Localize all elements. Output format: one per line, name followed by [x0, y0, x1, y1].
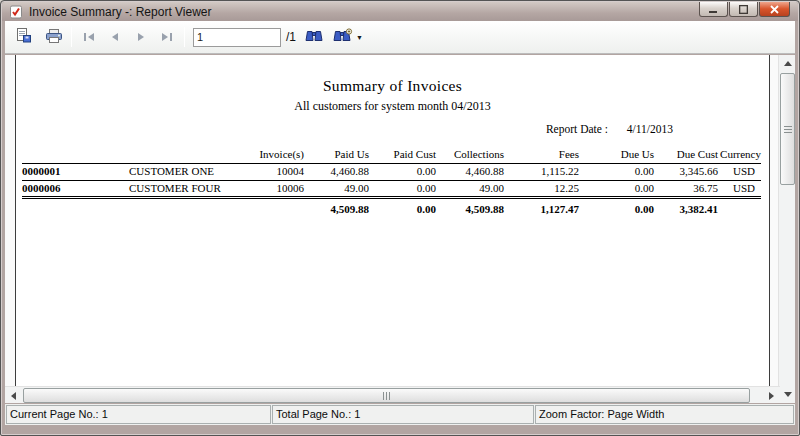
page-total-label: /1 [286, 30, 296, 44]
total-paid-cust: 0.00 [369, 197, 436, 216]
column-header [22, 147, 102, 163]
grip-icon [383, 392, 391, 400]
table-cell: 4,460.88 [436, 163, 504, 180]
table-cell: 36.75 [654, 180, 718, 197]
table-cell: 10004 [222, 163, 304, 180]
window-icon [9, 5, 23, 19]
table-cell: 10006 [222, 180, 304, 197]
total-due-cust: 3,382.41 [654, 197, 718, 216]
vertical-scrollbar[interactable] [778, 55, 795, 403]
table-cell [22, 197, 102, 216]
total-fees: 1,127.47 [504, 197, 579, 216]
table-cell: 0.00 [369, 163, 436, 180]
triangle-up-icon [784, 61, 792, 66]
table-cell: USD [718, 180, 761, 197]
table-header-row: Invoice(s) Paid Us Paid Cust Collections… [22, 147, 761, 163]
scroll-up-button[interactable] [779, 55, 796, 72]
column-header [102, 147, 222, 163]
report-subtitle: All customers for system month 04/2013 [16, 99, 769, 114]
horizontal-scroll-thumb[interactable] [23, 388, 750, 403]
binoculars-icon [305, 29, 323, 46]
table-cell: 3,345.66 [654, 163, 718, 180]
table-cell: 0000001 [22, 163, 102, 180]
table-row: 0000006 CUSTOMER FOUR 10006 49.00 0.00 4… [22, 180, 761, 197]
table-cell: 49.00 [436, 180, 504, 197]
report-title: Summary of Invoices [16, 77, 769, 95]
report-date-label: Report Date : [546, 123, 608, 135]
report-date: Report Date : 4/11/2013 [16, 123, 769, 135]
total-collections: 4,509.88 [436, 197, 504, 216]
grip-icon [784, 126, 792, 133]
close-button[interactable] [759, 2, 790, 17]
status-total-page: Total Page No.: 1 [272, 405, 534, 424]
scroll-down-button[interactable] [779, 386, 796, 403]
table-cell: 12.25 [504, 180, 579, 197]
triangle-down-icon [784, 392, 792, 397]
report-viewer-window: Invoice Summary -: Report Viewer [0, 0, 800, 436]
find-next-button[interactable]: ▼ [331, 26, 365, 48]
next-page-icon [136, 30, 146, 45]
total-paid-us: 4,509.88 [304, 197, 369, 216]
table-cell: 4,460.88 [304, 163, 369, 180]
title-bar[interactable]: Invoice Summary -: Report Viewer [2, 2, 798, 21]
scroll-right-button[interactable] [763, 387, 780, 404]
column-header: Paid Us [304, 147, 369, 163]
table-cell [718, 197, 761, 216]
export-button[interactable] [13, 25, 35, 49]
scroll-left-button[interactable] [5, 387, 22, 404]
last-page-button[interactable] [155, 26, 179, 48]
find-button[interactable] [303, 27, 325, 48]
maximize-button[interactable] [729, 2, 758, 17]
printer-icon [45, 28, 64, 47]
report-viewer-area: Summary of Invoices All customers for sy… [5, 55, 780, 386]
vertical-scroll-thumb[interactable] [780, 73, 795, 185]
triangle-right-icon [769, 392, 774, 400]
toolbar-separator [71, 27, 72, 47]
column-header: Invoice(s) [222, 147, 304, 163]
table-cell: 49.00 [304, 180, 369, 197]
first-page-button[interactable] [77, 26, 101, 48]
table-cell: CUSTOMER FOUR [102, 180, 222, 197]
next-page-button[interactable] [129, 26, 153, 48]
table-cell: USD [718, 163, 761, 180]
status-current-page: Current Page No.: 1 [6, 405, 271, 424]
toolbar: /1 ▼ [5, 21, 795, 54]
table-cell: 0.00 [579, 180, 654, 197]
report-date-value: 4/11/2013 [627, 123, 673, 135]
table-cell [222, 197, 304, 216]
report-page: Summary of Invoices All customers for sy… [15, 55, 770, 386]
column-header: Due Us [579, 147, 654, 163]
invoice-summary-table: Invoice(s) Paid Us Paid Cust Collections… [22, 147, 761, 216]
column-header: Currency [718, 147, 761, 163]
status-bar: Current Page No.: 1 Total Page No.: 1 Zo… [5, 404, 795, 425]
column-header: Collections [436, 147, 504, 163]
previous-page-button[interactable] [103, 26, 127, 48]
last-page-icon [161, 30, 173, 45]
previous-page-icon [110, 30, 120, 45]
window-controls [698, 2, 790, 17]
total-due-us: 0.00 [579, 197, 654, 216]
page-number-input[interactable] [193, 28, 281, 47]
table-cell: 1,115.22 [504, 163, 579, 180]
table-cell: 0.00 [369, 180, 436, 197]
column-header: Fees [504, 147, 579, 163]
horizontal-scrollbar[interactable] [5, 386, 780, 403]
window-title: Invoice Summary -: Report Viewer [29, 5, 212, 19]
table-cell: CUSTOMER ONE [102, 163, 222, 180]
table-cell [102, 197, 222, 216]
status-zoom-factor: Zoom Factor: Page Width [535, 405, 794, 424]
triangle-left-icon [11, 392, 16, 400]
binoculars-plus-icon [333, 28, 353, 46]
minimize-button[interactable] [699, 2, 728, 17]
first-page-icon [83, 30, 95, 45]
chevron-down-icon: ▼ [356, 34, 363, 41]
totals-row: 4,509.88 0.00 4,509.88 1,127.47 0.00 3,3… [22, 197, 761, 216]
column-header: Due Cust [654, 147, 718, 163]
table-row: 0000001 CUSTOMER ONE 10004 4,460.88 0.00… [22, 163, 761, 180]
column-header: Paid Cust [369, 147, 436, 163]
toolbar-separator [184, 27, 185, 47]
export-icon [15, 27, 33, 47]
print-button[interactable] [43, 26, 66, 49]
table-cell: 0.00 [579, 163, 654, 180]
table-cell: 0000006 [22, 180, 102, 197]
